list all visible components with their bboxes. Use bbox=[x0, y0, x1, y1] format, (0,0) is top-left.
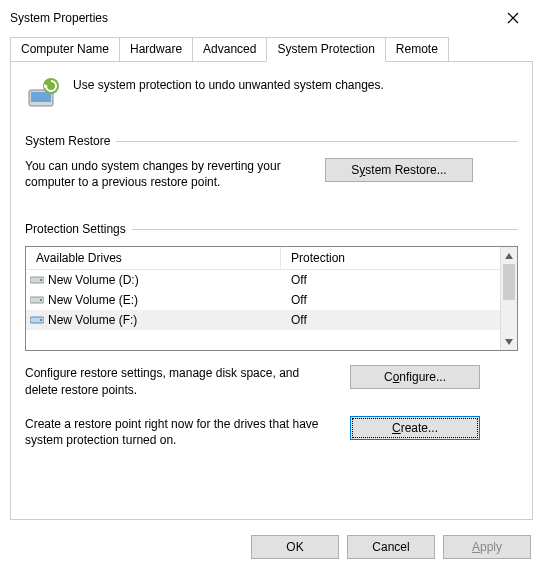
drive-protection: Off bbox=[281, 273, 500, 287]
system-properties-window: System Properties Computer Name Hardware… bbox=[0, 0, 543, 571]
drives-scrollbar[interactable] bbox=[500, 247, 517, 350]
section-system-restore-label: System Restore bbox=[25, 134, 518, 148]
scroll-down-button[interactable] bbox=[501, 333, 517, 350]
tab-content: Use system protection to undo unwanted s… bbox=[10, 62, 533, 520]
header-text: Use system protection to undo unwanted s… bbox=[73, 76, 384, 92]
svg-point-4 bbox=[40, 279, 42, 281]
create-row: Create a restore point right now for the… bbox=[25, 416, 518, 448]
system-restore-button[interactable]: System Restore... bbox=[325, 158, 473, 182]
create-text: Create a restore point right now for the… bbox=[25, 416, 330, 448]
dialog-footer: OK Cancel Apply bbox=[251, 535, 531, 559]
tab-hardware[interactable]: Hardware bbox=[119, 37, 193, 62]
column-available-drives[interactable]: Available Drives bbox=[26, 247, 281, 269]
apply-button[interactable]: Apply bbox=[443, 535, 531, 559]
tab-system-protection[interactable]: System Protection bbox=[266, 37, 385, 62]
section-protection-label: Protection Settings bbox=[25, 222, 518, 236]
svg-point-8 bbox=[40, 319, 42, 321]
titlebar: System Properties bbox=[0, 0, 543, 36]
column-protection[interactable]: Protection bbox=[281, 247, 500, 269]
tab-computer-name[interactable]: Computer Name bbox=[10, 37, 120, 62]
scroll-up-button[interactable] bbox=[501, 247, 517, 264]
drives-scroll-area: Available Drives Protection New Volume (… bbox=[26, 247, 500, 350]
system-protection-icon bbox=[25, 76, 61, 112]
scroll-thumb[interactable] bbox=[503, 264, 515, 300]
tab-advanced[interactable]: Advanced bbox=[192, 37, 267, 62]
drive-row[interactable]: New Volume (E:) Off bbox=[26, 290, 500, 310]
drive-name: New Volume (E:) bbox=[48, 293, 281, 307]
svg-point-6 bbox=[40, 299, 42, 301]
window-title: System Properties bbox=[10, 11, 493, 25]
configure-text: Configure restore settings, manage disk … bbox=[25, 365, 330, 397]
cancel-button[interactable]: Cancel bbox=[347, 535, 435, 559]
tab-strip: Computer Name Hardware Advanced System P… bbox=[10, 36, 533, 62]
ok-button[interactable]: OK bbox=[251, 535, 339, 559]
configure-button[interactable]: Configure... bbox=[350, 365, 480, 389]
svg-rect-1 bbox=[31, 92, 51, 102]
drive-protection: Off bbox=[281, 313, 500, 327]
drive-icon bbox=[26, 295, 48, 305]
drive-row[interactable]: New Volume (D:) Off bbox=[26, 270, 500, 290]
drives-header: Available Drives Protection bbox=[26, 247, 500, 270]
drive-row[interactable]: New Volume (F:) Off bbox=[26, 310, 500, 330]
drive-name: New Volume (F:) bbox=[48, 313, 281, 327]
header-row: Use system protection to undo unwanted s… bbox=[25, 76, 518, 112]
tab-remote[interactable]: Remote bbox=[385, 37, 449, 62]
configure-row: Configure restore settings, manage disk … bbox=[25, 365, 518, 397]
drive-protection: Off bbox=[281, 293, 500, 307]
create-button[interactable]: Create... bbox=[350, 416, 480, 440]
close-icon bbox=[507, 12, 519, 24]
drives-listview[interactable]: Available Drives Protection New Volume (… bbox=[25, 246, 518, 351]
system-restore-text: You can undo system changes by reverting… bbox=[25, 158, 305, 190]
system-restore-row: You can undo system changes by reverting… bbox=[25, 158, 518, 190]
drive-name: New Volume (D:) bbox=[48, 273, 281, 287]
drive-icon bbox=[26, 275, 48, 285]
drive-icon bbox=[26, 315, 48, 325]
close-button[interactable] bbox=[493, 6, 533, 30]
